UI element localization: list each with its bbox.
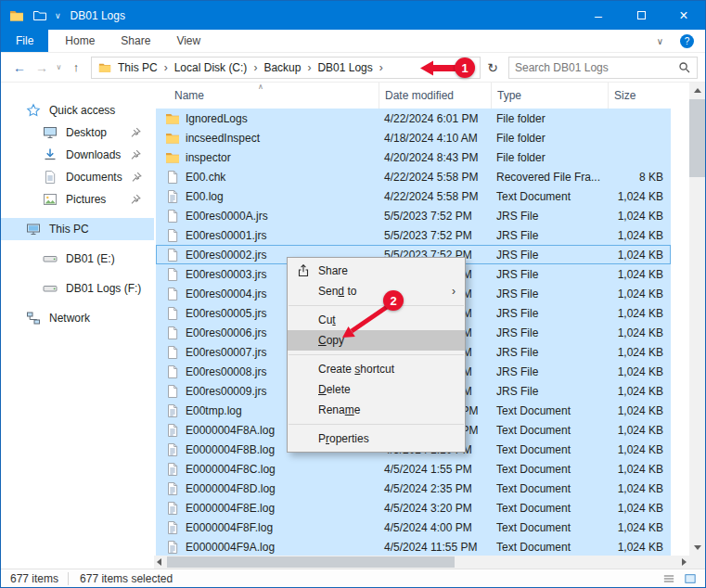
sidebar-item-this-pc[interactable]: This PC: [1, 218, 154, 240]
sidebar-item-db01-e[interactable]: DB01 (E:): [1, 248, 154, 270]
close-button[interactable]: ×: [662, 1, 705, 30]
thumbnails-view-button[interactable]: [681, 571, 700, 586]
file-name-cell: E0000004F8E.log: [156, 501, 379, 516]
log-icon: [165, 442, 180, 457]
details-view-button[interactable]: [660, 571, 678, 586]
breadcrumb-segment-this-pc[interactable]: This PC: [114, 61, 161, 74]
recent-locations-dropdown-icon[interactable]: ∨: [53, 63, 65, 71]
file-date-modified: 4/5/2024 3:20 PM: [379, 502, 491, 515]
context-menu-item-properties[interactable]: Properties: [288, 428, 465, 449]
breadcrumb-chevron-icon[interactable]: ›: [377, 61, 386, 74]
help-button[interactable]: ?: [680, 34, 694, 48]
column-header-type[interactable]: Type: [491, 83, 608, 109]
scroll-left-icon[interactable]: [157, 556, 161, 569]
sidebar-item-downloads[interactable]: Downloads: [1, 144, 154, 166]
file-row-e0000004f8f-log[interactable]: E0000004F8F.log4/5/2024 4:00 PMText Docu…: [156, 518, 671, 537]
tab-view[interactable]: View: [163, 30, 213, 52]
sort-ascending-icon[interactable]: ∧: [258, 83, 263, 91]
file-icon: [165, 345, 180, 360]
tab-home[interactable]: Home: [52, 30, 108, 52]
annotation-step-2: 2: [383, 290, 404, 311]
file-row-ignoredlogs[interactable]: IgnoredLogs4/22/2024 6:01 PMFile folder: [156, 109, 671, 128]
file-icon: [165, 248, 180, 262]
file-name-cell: E00res0000A.jrs: [156, 209, 379, 224]
minimize-button[interactable]: –: [577, 1, 620, 30]
address-bar[interactable]: This PC›Local Disk (C:)›Backup›DB01 Logs…: [91, 57, 481, 79]
tab-share[interactable]: Share: [108, 30, 163, 52]
vertical-scrollbar-thumb[interactable]: [689, 99, 705, 177]
scroll-right-icon[interactable]: [682, 556, 687, 569]
search-icon[interactable]: [678, 61, 691, 74]
column-header-name[interactable]: Name: [154, 83, 379, 109]
file-type: Text Document: [491, 190, 608, 203]
file-icon: [165, 364, 180, 379]
file-size: 1,024 KB: [608, 307, 671, 320]
column-header-size[interactable]: Size: [608, 83, 673, 109]
breadcrumb-chevron-icon[interactable]: ›: [250, 61, 260, 74]
vertical-scrollbar[interactable]: [689, 83, 705, 556]
log-icon: [165, 481, 180, 496]
file-size: 1,024 KB: [608, 346, 671, 359]
scroll-up-icon[interactable]: [689, 83, 705, 98]
file-name: E00res00009.jrs: [186, 385, 266, 398]
column-header-date-modified[interactable]: Date modified: [379, 83, 491, 109]
file-name-cell: E0000004F8F.log: [156, 520, 379, 535]
back-button[interactable]: ←: [8, 60, 31, 75]
file-row-e0000004f8d-log[interactable]: E0000004F8D.log4/5/2024 2:35 PMText Docu…: [156, 479, 671, 498]
context-menu-item-copy[interactable]: Copy: [288, 330, 465, 351]
file-name: E00res00008.jrs: [186, 365, 266, 378]
expand-ribbon-icon[interactable]: ∨: [657, 36, 663, 46]
quick-access-toolbar-dropdown-icon[interactable]: ∨: [55, 11, 61, 20]
file-name: E0000004F8D.log: [186, 482, 276, 495]
horizontal-scrollbar-thumb[interactable]: [167, 556, 455, 568]
file-row-inspector[interactable]: inspector4/20/2024 8:43 PMFile folder: [156, 147, 671, 167]
file-row-e00res00001-jrs[interactable]: E00res00001.jrs5/5/2023 7:52 PMJRS File1…: [156, 225, 671, 245]
file-name: E00res00005.jrs: [186, 307, 266, 320]
quick-access-toolbar-folder-icon[interactable]: [32, 8, 47, 23]
context-menu-item-share[interactable]: Share: [288, 261, 465, 281]
context-menu-item-create-shortcut[interactable]: Create shortcut: [288, 359, 465, 379]
file-type: File folder: [491, 151, 608, 164]
file-row-e00res0000a-jrs[interactable]: E00res0000A.jrs5/5/2023 7:52 PMJRS File1…: [156, 206, 671, 225]
context-menu-separator: [289, 354, 464, 355]
maximize-button[interactable]: [620, 1, 662, 30]
context-menu-item-send-to[interactable]: Send to›: [288, 281, 465, 301]
up-button[interactable]: ↑: [65, 60, 87, 74]
file-type: Recovered File Fra...: [491, 171, 608, 184]
sidebar-item-db01-logs-f[interactable]: DB01 Logs (F:): [1, 277, 154, 300]
breadcrumb-segment-local-disk-c[interactable]: Local Disk (C:): [171, 61, 251, 74]
sidebar-item-desktop[interactable]: Desktop: [1, 121, 154, 144]
file-name: E0000004F8F.log: [186, 521, 273, 534]
file-row-e0000004f9a-log[interactable]: E0000004F9A.log4/5/2024 11:55 PMText Doc…: [156, 537, 671, 556]
file-size: 1,024 KB: [608, 365, 671, 378]
search-input[interactable]: [515, 61, 678, 74]
breadcrumb-segment-db01-logs[interactable]: DB01 Logs: [314, 61, 376, 74]
sidebar-item-quick-access[interactable]: Quick access: [1, 99, 154, 121]
context-menu-item-cut[interactable]: Cut: [288, 310, 465, 330]
sidebar-item-documents[interactable]: Documents: [1, 166, 154, 188]
sidebar-item-pictures[interactable]: Pictures: [1, 188, 154, 211]
navigation-bar: ← → ∨ ↑ This PC›Local Disk (C:)›Backup›D…: [1, 53, 705, 83]
file-row-e00-chk[interactable]: E00.chk4/22/2024 5:58 PMRecovered File F…: [156, 167, 671, 186]
file-name-cell: incseedInspect: [156, 131, 379, 146]
breadcrumb-chevron-icon[interactable]: ›: [304, 61, 314, 74]
breadcrumb-segment-backup[interactable]: Backup: [260, 61, 304, 74]
file-icon: [165, 326, 180, 340]
context-menu-item-label: Copy: [318, 334, 344, 347]
context-menu: ShareSend to›CutCopyCreate shortcutDelet…: [287, 257, 466, 453]
tab-file[interactable]: File: [1, 30, 48, 52]
file-row-e0000004f8e-log[interactable]: E0000004F8E.log4/5/2024 3:20 PMText Docu…: [156, 498, 671, 518]
file-row-incseedinspect[interactable]: incseedInspect4/18/2024 4:10 AMFile fold…: [156, 128, 671, 147]
context-menu-item-rename[interactable]: Rename: [288, 400, 465, 420]
file-row-e0000004f8c-log[interactable]: E0000004F8C.log4/5/2024 1:55 PMText Docu…: [156, 459, 671, 479]
breadcrumb-chevron-icon[interactable]: ›: [161, 61, 171, 74]
file-name: E0000004F8A.log: [186, 424, 275, 437]
context-menu-item-delete[interactable]: Delete: [288, 379, 465, 400]
forward-button[interactable]: →: [31, 60, 53, 75]
file-type: Text Document: [491, 521, 608, 534]
horizontal-scrollbar[interactable]: [154, 556, 689, 569]
file-row-e00-log[interactable]: E00.log4/22/2024 5:58 PMText Document1,0…: [156, 186, 671, 206]
refresh-button[interactable]: ↻: [481, 60, 505, 75]
sidebar-item-network[interactable]: Network: [1, 307, 154, 329]
scroll-down-icon[interactable]: [689, 540, 705, 556]
